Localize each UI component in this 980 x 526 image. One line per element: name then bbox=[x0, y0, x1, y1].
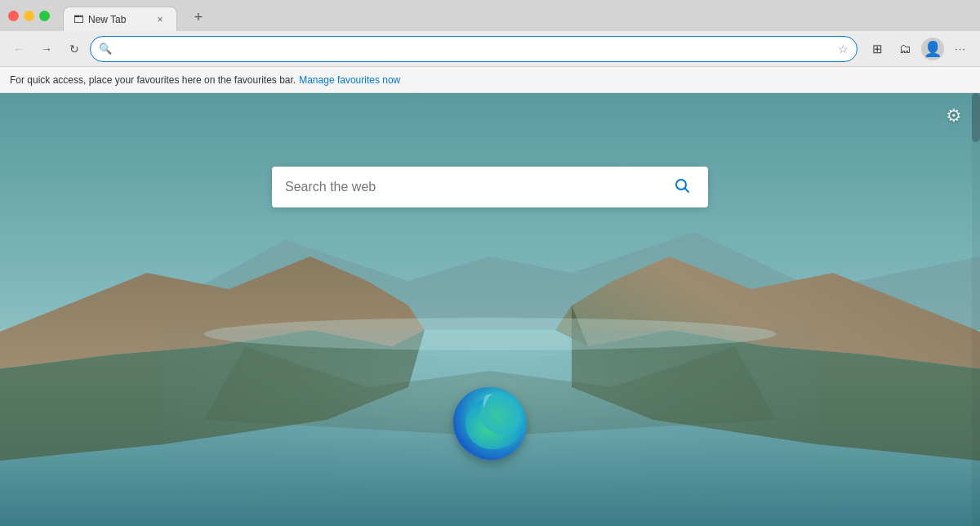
more-icon: ··· bbox=[955, 42, 966, 55]
search-input[interactable] bbox=[285, 180, 662, 194]
minimize-button[interactable] bbox=[24, 11, 34, 21]
avatar: 👤 bbox=[921, 38, 944, 60]
search-box bbox=[272, 167, 708, 207]
edge-logo-svg bbox=[441, 379, 539, 477]
scrollbar[interactable] bbox=[972, 93, 980, 526]
gear-icon: ⚙ bbox=[946, 105, 962, 127]
new-tab-button[interactable]: + bbox=[187, 6, 210, 29]
main-content: ⚙ bbox=[0, 93, 980, 526]
refresh-icon: ↻ bbox=[69, 42, 79, 56]
more-button[interactable]: ··· bbox=[947, 36, 973, 62]
manage-favourites-link[interactable]: Manage favourites now bbox=[299, 74, 400, 86]
tab-favicon: 🗔 bbox=[74, 14, 83, 25]
profile-button[interactable]: 👤 bbox=[920, 36, 946, 62]
favourite-icon[interactable]: ☆ bbox=[838, 42, 849, 56]
window-controls bbox=[8, 11, 50, 21]
tab-label: New Tab bbox=[88, 14, 126, 25]
address-search-icon: 🔍 bbox=[99, 42, 112, 55]
collections-button[interactable]: 🗂 bbox=[892, 36, 918, 62]
back-icon: ← bbox=[13, 42, 24, 56]
search-icon bbox=[674, 177, 690, 198]
back-button[interactable]: ← bbox=[7, 37, 31, 61]
search-button[interactable] bbox=[669, 174, 695, 200]
scrollbar-thumb[interactable] bbox=[972, 93, 980, 142]
title-bar: 🗔 New Tab × + bbox=[0, 0, 980, 31]
favourites-bar: For quick access, place your favourites … bbox=[0, 67, 980, 93]
browser-tab[interactable]: 🗔 New Tab × bbox=[63, 7, 177, 31]
favourites-button[interactable]: ⊞ bbox=[864, 36, 890, 62]
favourites-bar-text: For quick access, place your favourites … bbox=[10, 74, 296, 86]
collections-icon: 🗂 bbox=[899, 42, 911, 56]
avatar-icon: 👤 bbox=[924, 40, 942, 58]
refresh-button[interactable]: ↻ bbox=[62, 37, 87, 61]
edge-logo bbox=[441, 379, 539, 477]
svg-line-15 bbox=[685, 188, 689, 192]
address-bar-row: ← → ↻ 🔍 ☆ ⊞ 🗂 👤 ··· bbox=[0, 31, 980, 67]
address-input-wrapper: 🔍 ☆ bbox=[90, 36, 858, 62]
search-container bbox=[272, 167, 708, 207]
tab-close-button[interactable]: × bbox=[154, 13, 167, 26]
address-input[interactable] bbox=[117, 42, 833, 56]
favourites-icon: ⊞ bbox=[872, 42, 883, 56]
close-button[interactable] bbox=[8, 11, 19, 21]
settings-button[interactable]: ⚙ bbox=[941, 103, 967, 129]
forward-icon: → bbox=[41, 42, 52, 56]
maximize-button[interactable] bbox=[39, 11, 50, 21]
toolbar-buttons: ⊞ 🗂 👤 ··· bbox=[864, 36, 973, 62]
forward-button[interactable]: → bbox=[34, 37, 59, 61]
